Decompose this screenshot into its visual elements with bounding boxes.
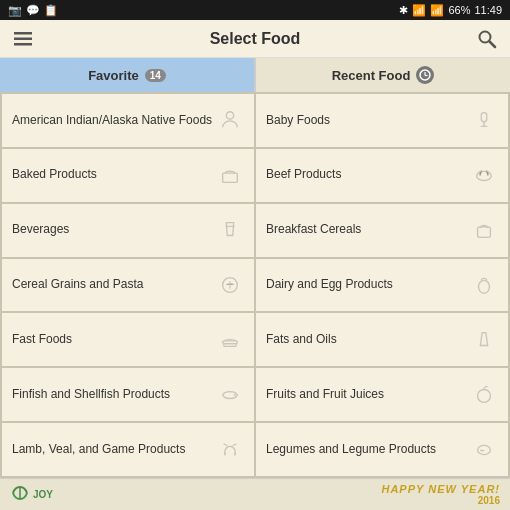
time-display: 11:49 [474, 4, 502, 16]
battery-level: 66% [448, 4, 470, 16]
list-item[interactable]: Finfish and Shellfish Products [2, 368, 254, 421]
footer-bar: JOY HAPPY NEW YEAR! 2016 [0, 478, 510, 510]
banner-year: 2016 [381, 495, 500, 506]
svg-line-4 [490, 41, 496, 47]
food-icon [470, 216, 498, 244]
status-right-icons: ✱ 📶 📶 66% 11:49 [399, 4, 502, 17]
svg-rect-0 [14, 32, 32, 35]
food-icon [216, 271, 244, 299]
status-bar: 📷 💬 📋 ✱ 📶 📶 66% 11:49 [0, 0, 510, 20]
food-name: Fruits and Fruit Juices [266, 387, 470, 403]
menu-button[interactable] [10, 26, 36, 52]
food-icon [470, 106, 498, 134]
status-left-icons: 📷 💬 📋 [8, 4, 58, 17]
svg-rect-10 [223, 173, 238, 182]
food-icon [470, 271, 498, 299]
food-name: Beverages [12, 222, 216, 238]
svg-point-14 [479, 280, 490, 293]
food-icon [470, 161, 498, 189]
logo-text: JOY [33, 489, 53, 500]
food-name: Baked Products [12, 167, 216, 183]
message-icon: 💬 [26, 4, 40, 17]
food-icon [470, 326, 498, 354]
list-item[interactable]: Beef Products [256, 149, 508, 202]
svg-point-8 [226, 112, 233, 119]
signal-icon: 📶 [430, 4, 444, 17]
svg-point-17 [234, 394, 236, 396]
food-name: Fast Foods [12, 332, 216, 348]
list-item[interactable]: Fats and Oils [256, 313, 508, 366]
phone-container: 📷 💬 📋 ✱ 📶 📶 66% 11:49 Select Food [0, 0, 510, 510]
food-name: Baby Foods [266, 113, 470, 129]
food-name: Cereal Grains and Pasta [12, 277, 216, 293]
list-item[interactable]: Beverages [2, 204, 254, 257]
screenshot-icon: 📷 [8, 4, 22, 17]
list-item[interactable]: Lamb, Veal, and Game Products [2, 423, 254, 476]
wifi-icon: 📶 [412, 4, 426, 17]
food-name: Beef Products [266, 167, 470, 183]
page-title: Select Food [210, 30, 301, 48]
food-name: Breakfast Cereals [266, 222, 470, 238]
food-icon [470, 436, 498, 464]
food-grid: American Indian/Alaska Native Foods Baby… [0, 92, 510, 478]
favorite-badge: 14 [145, 69, 166, 82]
list-item[interactable]: Legumes and Legume Products [256, 423, 508, 476]
svg-rect-16 [224, 344, 237, 347]
list-item[interactable]: Breakfast Cereals [256, 204, 508, 257]
svg-rect-1 [14, 37, 32, 40]
food-icon [216, 326, 244, 354]
tab-favorite[interactable]: Favorite 14 [0, 58, 255, 92]
footer-logo: JOY [10, 483, 53, 506]
banner-text: HAPPY NEW YEAR! [381, 483, 500, 495]
recent-icon [416, 66, 434, 84]
search-button[interactable] [474, 26, 500, 52]
clipboard-icon: 📋 [44, 4, 58, 17]
food-icon [216, 106, 244, 134]
svg-rect-2 [14, 43, 32, 46]
food-name: American Indian/Alaska Native Foods [12, 113, 216, 129]
tab-bar: Favorite 14 Recent Food [0, 58, 510, 92]
tab-recent[interactable]: Recent Food [255, 58, 510, 92]
food-icon [216, 381, 244, 409]
list-item[interactable]: Baby Foods [256, 94, 508, 147]
list-item[interactable]: Cereal Grains and Pasta [2, 259, 254, 312]
list-item[interactable]: American Indian/Alaska Native Foods [2, 94, 254, 147]
food-name: Dairy and Egg Products [266, 277, 470, 293]
bluetooth-icon: ✱ [399, 4, 408, 17]
tab-recent-label: Recent Food [332, 68, 411, 83]
logo-icon [10, 483, 30, 506]
list-item[interactable]: Dairy and Egg Products [256, 259, 508, 312]
food-icon [216, 436, 244, 464]
app-header: Select Food [0, 20, 510, 58]
tab-favorite-label: Favorite [88, 68, 139, 83]
food-name: Finfish and Shellfish Products [12, 387, 216, 403]
food-name: Fats and Oils [266, 332, 470, 348]
food-name: Legumes and Legume Products [266, 442, 470, 458]
food-icon [216, 161, 244, 189]
list-item[interactable]: Fruits and Fruit Juices [256, 368, 508, 421]
list-item[interactable]: Baked Products [2, 149, 254, 202]
svg-rect-9 [481, 113, 487, 122]
food-icon [216, 216, 244, 244]
footer-banner: HAPPY NEW YEAR! 2016 [381, 483, 500, 506]
food-icon [470, 381, 498, 409]
food-name: Lamb, Veal, and Game Products [12, 442, 216, 458]
list-item[interactable]: Fast Foods [2, 313, 254, 366]
